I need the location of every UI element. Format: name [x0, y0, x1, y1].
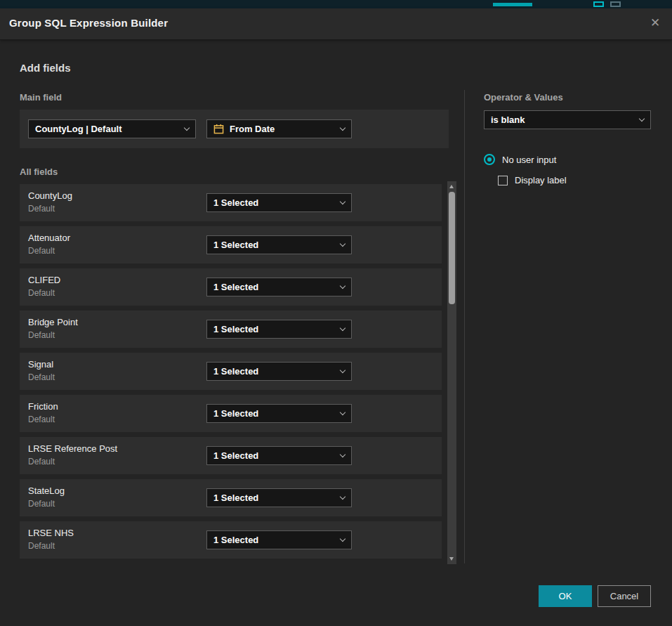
field-row: Attenuator Default 1 Selected [20, 226, 442, 263]
field-selection-value: 1 Selected [213, 282, 335, 292]
field-variant: Default [28, 415, 55, 424]
dialog-header: Group SQL Expression Builder ✕ [0, 8, 672, 39]
chevron-down-icon [184, 124, 190, 130]
main-field-panel: CountyLog | Default From Date [20, 110, 449, 148]
add-fields-heading: Add fields [20, 62, 71, 74]
chevron-down-icon [340, 493, 345, 499]
chevron-down-icon [340, 198, 345, 204]
field-name: CLIFED [28, 275, 60, 285]
chevron-down-icon [639, 115, 645, 121]
chevron-down-icon [340, 240, 345, 246]
operator-select-dropdown[interactable]: is blank [484, 110, 651, 129]
field-variant: Default [28, 246, 55, 256]
field-row: Bridge Point Default 1 Selected [20, 311, 442, 348]
field-name: CountyLog [28, 190, 72, 201]
field-selection-dropdown[interactable]: 1 Selected [206, 235, 352, 254]
dialog-title: Group SQL Expression Builder [9, 17, 168, 29]
app-chrome-accent [493, 3, 532, 6]
field-selection-value: 1 Selected [213, 450, 335, 461]
chevron-down-icon [340, 535, 345, 541]
field-selection-value: 1 Selected [213, 324, 335, 334]
field-variant: Default [28, 372, 55, 382]
field-selection-value: 1 Selected [213, 240, 335, 250]
display-label-option[interactable]: Display label [498, 175, 567, 185]
operator-select-value: is blank [491, 115, 634, 125]
field-name: LRSE Reference Post [28, 443, 117, 454]
chevron-down-icon [340, 282, 345, 288]
layer-select-dropdown[interactable]: CountyLog | Default [28, 119, 196, 138]
field-name: Bridge Point [28, 317, 78, 327]
field-variant: Default [28, 330, 55, 340]
layer-select-value: CountyLog | Default [35, 124, 179, 134]
field-select-dropdown[interactable]: From Date [206, 119, 352, 138]
field-row: LRSE NHS Default 1 Selected [20, 521, 442, 559]
field-selection-value: 1 Selected [213, 197, 335, 208]
cancel-button[interactable]: Cancel [598, 585, 651, 607]
scroll-down-arrow-icon[interactable] [449, 557, 454, 561]
calendar-icon [213, 124, 224, 134]
field-select-value: From Date [230, 124, 335, 134]
field-selection-dropdown[interactable]: 1 Selected [206, 320, 352, 339]
field-selection-dropdown[interactable]: 1 Selected [206, 362, 352, 381]
chevron-down-icon [340, 124, 345, 130]
no-user-input-option[interactable]: No user input [484, 154, 556, 165]
field-row: CLIFED Default 1 Selected [20, 268, 442, 306]
field-variant: Default [28, 499, 55, 509]
field-row: CountyLog Default 1 Selected [20, 184, 442, 221]
field-row: StateLog Default 1 Selected [20, 479, 442, 516]
field-selection-dropdown[interactable]: 1 Selected [206, 193, 352, 212]
scrollbar-thumb[interactable] [449, 192, 455, 304]
field-row: Signal Default 1 Selected [20, 353, 442, 390]
field-selection-dropdown[interactable]: 1 Selected [206, 530, 352, 549]
checkbox-unchecked-icon[interactable] [498, 176, 508, 185]
field-selection-dropdown[interactable]: 1 Selected [206, 488, 352, 507]
app-chrome-widget-icon [593, 1, 604, 7]
field-selection-value: 1 Selected [213, 366, 335, 377]
radio-selected-icon[interactable] [484, 154, 495, 165]
chevron-down-icon [340, 409, 345, 415]
chevron-down-icon [340, 451, 345, 457]
field-variant: Default [28, 457, 55, 467]
operator-values-heading: Operator & Values [484, 92, 563, 103]
list-scrollbar[interactable] [447, 181, 456, 564]
field-name: LRSE NHS [28, 528, 74, 538]
display-label-label: Display label [515, 175, 567, 185]
app-chrome-fragment [0, 0, 672, 8]
field-name: Signal [28, 359, 53, 370]
all-fields-heading: All fields [20, 167, 58, 177]
field-selection-dropdown[interactable]: 1 Selected [206, 446, 352, 465]
scroll-up-arrow-icon[interactable] [449, 185, 454, 188]
no-user-input-label: No user input [502, 155, 556, 165]
field-name: StateLog [28, 485, 65, 496]
close-icon[interactable]: ✕ [647, 15, 663, 31]
ok-button[interactable]: OK [539, 585, 592, 607]
field-selection-dropdown[interactable]: 1 Selected [206, 278, 352, 296]
panel-divider [464, 90, 465, 563]
field-selection-value: 1 Selected [213, 535, 335, 545]
field-variant: Default [28, 288, 55, 298]
app-chrome-widget-icon [610, 1, 621, 7]
field-row: LRSE Reference Post Default 1 Selected [20, 437, 442, 474]
all-fields-list: CountyLog Default 1 Selected Attenuator … [20, 184, 442, 563]
field-selection-dropdown[interactable]: 1 Selected [206, 404, 352, 423]
field-name: Friction [28, 401, 58, 412]
field-variant: Default [28, 541, 55, 551]
field-selection-value: 1 Selected [213, 408, 335, 419]
main-field-heading: Main field [20, 92, 62, 103]
field-row: Friction Default 1 Selected [20, 395, 442, 432]
group-sql-expression-builder-dialog: Group SQL Expression Builder ✕ Add field… [0, 0, 672, 626]
chevron-down-icon [340, 367, 345, 372]
field-name: Attenuator [28, 233, 70, 243]
chevron-down-icon [340, 325, 345, 330]
field-variant: Default [28, 204, 55, 214]
field-selection-value: 1 Selected [213, 493, 335, 503]
